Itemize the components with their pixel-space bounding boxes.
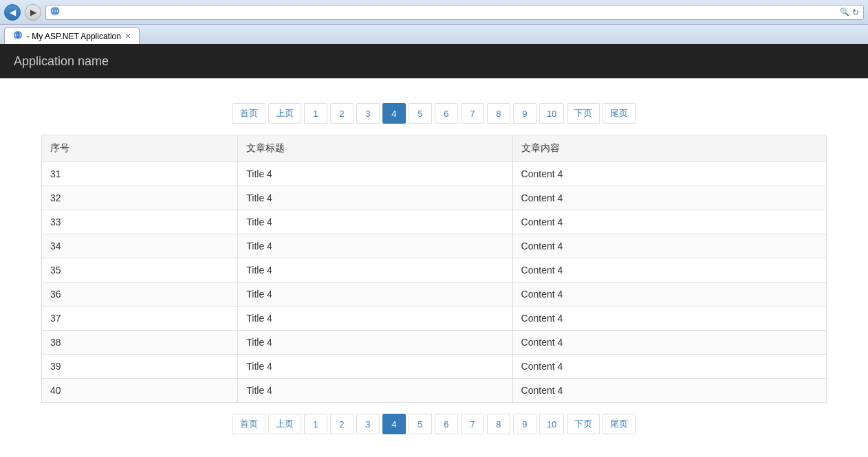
bottom-pagination: 首页 上页 1 2 3 4 5 6 7 8 9 10 下页 尾页 bbox=[41, 414, 827, 434]
cell-title: Title 4 bbox=[238, 210, 512, 234]
bottom-page-10-button[interactable]: 10 bbox=[539, 414, 564, 434]
browser-tab[interactable]: - My ASP.NET Application ✕ bbox=[4, 27, 140, 44]
cell-content: Content 4 bbox=[512, 234, 826, 258]
cell-id: 34 bbox=[42, 234, 238, 258]
cell-id: 32 bbox=[42, 186, 238, 210]
cell-title: Title 4 bbox=[238, 379, 512, 403]
tab-title: - My ASP.NET Application bbox=[27, 32, 121, 41]
table-row: 38 Title 4 Content 4 bbox=[42, 331, 827, 355]
data-table: 序号 文章标题 文章内容 31 Title 4 Content 4 32 Tit… bbox=[41, 135, 827, 403]
first-page-button[interactable]: 首页 bbox=[232, 103, 265, 124]
cell-id: 38 bbox=[42, 331, 238, 355]
cell-content: Content 4 bbox=[512, 210, 826, 234]
table-header-row: 序号 文章标题 文章内容 bbox=[42, 135, 827, 162]
app-content: 首页 上页 1 2 3 4 5 6 7 8 9 10 下页 尾页 序号 文章标题… bbox=[0, 78, 868, 457]
bottom-page-7-button[interactable]: 7 bbox=[461, 414, 484, 434]
top-pagination: 首页 上页 1 2 3 4 5 6 7 8 9 10 下页 尾页 bbox=[41, 103, 827, 124]
cell-id: 31 bbox=[42, 162, 238, 186]
url-input[interactable]: http://localhost:34998/Index/SinglePage/… bbox=[63, 8, 837, 17]
cell-content: Content 4 bbox=[512, 186, 826, 210]
header-id: 序号 bbox=[42, 135, 238, 162]
table-row: 36 Title 4 Content 4 bbox=[42, 282, 827, 306]
cell-title: Title 4 bbox=[238, 186, 512, 210]
cell-content: Content 4 bbox=[512, 306, 826, 331]
app-name: Application name bbox=[14, 54, 109, 69]
bottom-next-page-button[interactable]: 下页 bbox=[567, 414, 600, 434]
bottom-first-page-button[interactable]: 首页 bbox=[232, 414, 265, 434]
header-title: 文章标题 bbox=[238, 135, 512, 162]
cell-content: Content 4 bbox=[512, 331, 826, 355]
tab-close-button[interactable]: ✕ bbox=[125, 32, 131, 40]
bottom-page-8-button[interactable]: 8 bbox=[487, 414, 510, 434]
cell-content: Content 4 bbox=[512, 282, 826, 306]
tab-bar: - My ASP.NET Application ✕ bbox=[0, 25, 868, 44]
page-2-button[interactable]: 2 bbox=[330, 103, 354, 124]
cell-title: Title 4 bbox=[238, 355, 512, 379]
bottom-page-1-button[interactable]: 1 bbox=[304, 414, 327, 434]
globe-favicon bbox=[50, 6, 60, 18]
cell-title: Title 4 bbox=[238, 162, 512, 186]
address-bar[interactable]: http://localhost:34998/Index/SinglePage/… bbox=[45, 5, 864, 20]
back-button[interactable]: ◀ bbox=[4, 4, 21, 21]
cell-title: Title 4 bbox=[238, 282, 512, 306]
page-7-button[interactable]: 7 bbox=[461, 103, 484, 124]
cell-title: Title 4 bbox=[238, 234, 512, 258]
table-row: 34 Title 4 Content 4 bbox=[42, 234, 827, 258]
search-icon: 🔍 bbox=[840, 8, 849, 16]
bottom-page-5-button[interactable]: 5 bbox=[409, 414, 432, 434]
cell-id: 39 bbox=[42, 355, 238, 379]
bottom-prev-page-button[interactable]: 上页 bbox=[268, 414, 301, 434]
cell-id: 37 bbox=[42, 306, 238, 331]
page-1-button[interactable]: 1 bbox=[304, 103, 327, 124]
bottom-page-3-button[interactable]: 3 bbox=[356, 414, 380, 434]
bottom-page-6-button[interactable]: 6 bbox=[435, 414, 458, 434]
cell-title: Title 4 bbox=[238, 306, 512, 331]
header-content: 文章内容 bbox=[512, 135, 826, 162]
table-row: 37 Title 4 Content 4 bbox=[42, 306, 827, 331]
refresh-icon[interactable]: ↻ bbox=[852, 8, 859, 17]
cell-content: Content 4 bbox=[512, 162, 826, 186]
table-row: 35 Title 4 Content 4 bbox=[42, 258, 827, 282]
prev-page-button[interactable]: 上页 bbox=[268, 103, 301, 124]
browser-chrome: ◀ ▶ http://localhost:34998/Index/SingleP… bbox=[0, 0, 868, 25]
bottom-page-9-button[interactable]: 9 bbox=[513, 414, 536, 434]
next-page-button[interactable]: 下页 bbox=[567, 103, 600, 124]
cell-id: 33 bbox=[42, 210, 238, 234]
cell-title: Title 4 bbox=[238, 258, 512, 282]
page-8-button[interactable]: 8 bbox=[487, 103, 510, 124]
bottom-page-2-button[interactable]: 2 bbox=[330, 414, 354, 434]
table-row: 40 Title 4 Content 4 bbox=[42, 379, 827, 403]
app-navbar: Application name bbox=[0, 44, 868, 78]
table-row: 39 Title 4 Content 4 bbox=[42, 355, 827, 379]
cell-content: Content 4 bbox=[512, 258, 826, 282]
table-row: 31 Title 4 Content 4 bbox=[42, 162, 827, 186]
page-3-button[interactable]: 3 bbox=[356, 103, 380, 124]
cell-content: Content 4 bbox=[512, 379, 826, 403]
table-row: 32 Title 4 Content 4 bbox=[42, 186, 827, 210]
page-10-button[interactable]: 10 bbox=[539, 103, 564, 124]
bottom-page-4-button[interactable]: 4 bbox=[382, 414, 406, 434]
cell-id: 36 bbox=[42, 282, 238, 306]
page-9-button[interactable]: 9 bbox=[513, 103, 536, 124]
bottom-last-page-button[interactable]: 尾页 bbox=[603, 414, 636, 434]
page-5-button[interactable]: 5 bbox=[409, 103, 432, 124]
cell-id: 40 bbox=[42, 379, 238, 403]
cell-id: 35 bbox=[42, 258, 238, 282]
tab-favicon bbox=[13, 30, 23, 42]
forward-button[interactable]: ▶ bbox=[25, 4, 41, 21]
cell-content: Content 4 bbox=[512, 355, 826, 379]
page-4-button[interactable]: 4 bbox=[382, 103, 406, 124]
last-page-button[interactable]: 尾页 bbox=[603, 103, 636, 124]
table-row: 33 Title 4 Content 4 bbox=[42, 210, 827, 234]
cell-title: Title 4 bbox=[238, 331, 512, 355]
page-6-button[interactable]: 6 bbox=[435, 103, 458, 124]
